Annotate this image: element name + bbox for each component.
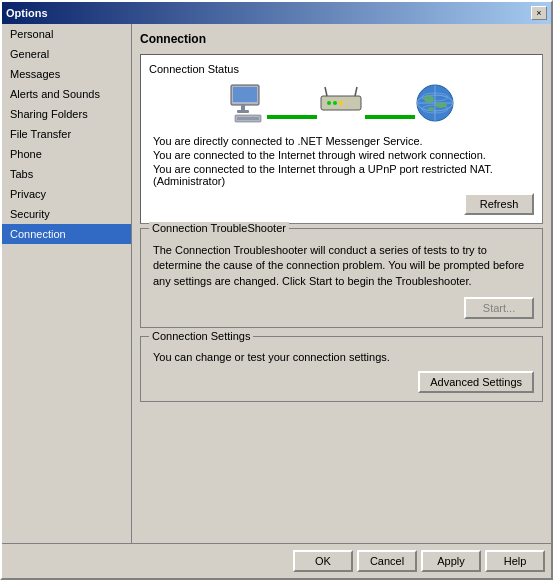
svg-point-19 <box>435 102 447 108</box>
svg-point-9 <box>339 101 343 105</box>
conn-settings-text: You can change or test your connection s… <box>149 351 534 363</box>
sidebar-item-phone[interactable]: Phone <box>2 144 131 164</box>
svg-point-7 <box>327 101 331 105</box>
status-line-1: You are directly connected to .NET Messe… <box>149 135 534 147</box>
connection-settings-box: Connection Settings You can change or te… <box>140 336 543 402</box>
sidebar-item-tabs[interactable]: Tabs <box>2 164 131 184</box>
page-title: Connection <box>140 32 543 46</box>
computer-icon-container <box>227 82 269 124</box>
status-line-2: You are connected to the Internet throug… <box>149 149 534 161</box>
conn-settings-label: Connection Settings <box>149 330 253 342</box>
globe-icon <box>413 81 457 125</box>
start-button[interactable]: Start... <box>464 297 534 319</box>
ok-button[interactable]: OK <box>293 550 353 572</box>
sidebar-item-file-transfer[interactable]: File Transfer <box>2 124 131 144</box>
title-bar-controls: × <box>531 6 547 20</box>
troubleshooter-box: Connection TroubleShooter The Connection… <box>140 228 543 328</box>
svg-line-11 <box>355 87 357 96</box>
main-content: Connection Connection Status <box>132 24 551 543</box>
svg-line-10 <box>325 87 327 96</box>
advanced-row: Advanced Settings <box>149 371 534 393</box>
apply-button[interactable]: Apply <box>421 550 481 572</box>
help-button[interactable]: Help <box>485 550 545 572</box>
sidebar: Personal General Messages Alerts and Sou… <box>2 24 132 543</box>
close-button[interactable]: × <box>531 6 547 20</box>
window-content: Personal General Messages Alerts and Sou… <box>2 24 551 543</box>
svg-rect-5 <box>237 117 259 120</box>
router-icon-container <box>315 82 367 124</box>
refresh-row: Refresh <box>149 193 534 215</box>
network-line-1 <box>267 115 317 119</box>
cancel-button[interactable]: Cancel <box>357 550 417 572</box>
network-diagram <box>149 81 534 125</box>
title-bar: Options × <box>2 2 551 24</box>
status-line-3: You are connected to the Internet throug… <box>149 163 534 187</box>
svg-point-18 <box>424 95 434 103</box>
sidebar-item-privacy[interactable]: Privacy <box>2 184 131 204</box>
troubleshooter-label: Connection TroubleShooter <box>149 222 289 234</box>
sidebar-item-general[interactable]: General <box>2 44 131 64</box>
svg-point-8 <box>333 101 337 105</box>
sidebar-item-security[interactable]: Security <box>2 204 131 224</box>
troubleshooter-text: The Connection Troubleshooter will condu… <box>149 243 534 289</box>
advanced-settings-button[interactable]: Advanced Settings <box>418 371 534 393</box>
svg-rect-1 <box>233 87 257 102</box>
bottom-bar: OK Cancel Apply Help <box>2 543 551 578</box>
start-row: Start... <box>149 297 534 319</box>
svg-point-20 <box>428 107 434 111</box>
refresh-button[interactable]: Refresh <box>464 193 534 215</box>
sidebar-item-connection[interactable]: Connection <box>2 224 131 244</box>
sidebar-item-sharing-folders[interactable]: Sharing Folders <box>2 104 131 124</box>
connection-status-label: Connection Status <box>149 63 534 75</box>
sidebar-item-messages[interactable]: Messages <box>2 64 131 84</box>
svg-rect-2 <box>241 105 245 110</box>
sidebar-item-alerts-sounds[interactable]: Alerts and Sounds <box>2 84 131 104</box>
computer-icon <box>227 82 269 124</box>
network-line-2 <box>365 115 415 119</box>
connection-status-panel: Connection Status <box>140 54 543 224</box>
router-icon <box>315 82 367 124</box>
svg-rect-3 <box>237 110 249 113</box>
globe-icon-container <box>413 81 457 125</box>
options-window: Options × Personal General Messages Aler… <box>0 0 553 580</box>
window-title: Options <box>6 7 48 19</box>
sidebar-item-personal[interactable]: Personal <box>2 24 131 44</box>
